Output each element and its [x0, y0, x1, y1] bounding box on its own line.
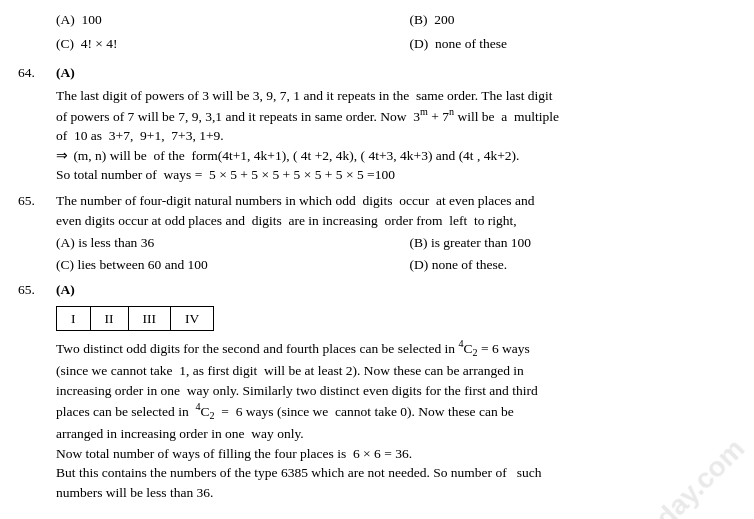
intro-option-d: (D) none of these — [410, 34, 736, 54]
q65-sol-line-7: But this contains the numbers of the typ… — [56, 463, 736, 483]
q64-number: 64. — [18, 63, 56, 185]
q64-answer: (A) — [56, 63, 736, 83]
q65-sol-line-3: increasing order in one way only. Simila… — [56, 381, 736, 401]
question-64: 64. (A) The last digit of powers of 3 wi… — [18, 63, 736, 185]
q65-sol-line-4: places can be selected in 4C2 = 6 ways (… — [56, 400, 736, 424]
q65-sol-line-8: numbers will be less than 36. — [56, 483, 736, 503]
intro-option-b-label: (B) — [410, 12, 435, 27]
q65-option-b-value: is greater than 100 — [431, 235, 531, 250]
q65-option-b-label: (B) — [410, 235, 431, 250]
intro-option-a-label: (A) — [56, 12, 82, 27]
question-65-problem: 65. The number of four-digit natural num… — [18, 191, 736, 274]
q65-table-col-IV: IV — [171, 306, 214, 331]
intro-option-a-value: 100 — [82, 12, 102, 27]
q65-problem-text2: even digits occur at odd places and digi… — [56, 211, 736, 231]
q65-sol-line-5: arranged in increasing order in one way … — [56, 424, 736, 444]
q65-option-d-value: none of these. — [432, 257, 507, 272]
q64-line-1: The last digit of powers of 3 will be 3,… — [56, 86, 736, 106]
q65-option-a-value: is less than 36 — [78, 235, 154, 250]
intro-option-c-label: (C) — [56, 36, 81, 51]
intro-option-b-value: 200 — [434, 12, 454, 27]
question-65-answer: 65. (A) I II III IV Two distinct odd dig… — [18, 280, 736, 502]
q65-table: I II III IV — [56, 306, 214, 332]
q65-option-d-label: (D) — [410, 257, 432, 272]
q64-content: (A) The last digit of powers of 3 will b… — [56, 63, 736, 185]
q65-option-b: (B) is greater than 100 — [410, 233, 736, 253]
q65-option-c-value: lies between 60 and 100 — [77, 257, 207, 272]
q65-answer-content: (A) I II III IV Two distinct odd digits … — [56, 280, 736, 502]
q65-sol-line-1: Two distinct odd digits for the second a… — [56, 337, 736, 361]
intro-option-b: (B) 200 — [410, 10, 736, 30]
q64-solution: The last digit of powers of 3 will be 3,… — [56, 86, 736, 185]
q65-problem-content: The number of four-digit natural numbers… — [56, 191, 736, 274]
intro-option-d-label: (D) — [410, 36, 436, 51]
q64-line-3: of 10 as 3+7, 9+1, 7+3, 1+9. — [56, 126, 736, 146]
q65-answer-number: 65. — [18, 280, 56, 502]
q65-table-col-II: II — [90, 306, 128, 331]
q65-sol-line-2: (since we cannot take 1, as first digit … — [56, 361, 736, 381]
intro-option-c: (C) 4! × 4! — [56, 34, 410, 54]
q65-solution: Two distinct odd digits for the second a… — [56, 337, 736, 502]
q64-line-4: ⇒ (m, n) will be of the form(4t+1, 4k+1)… — [56, 146, 736, 166]
q65-option-c: (C) lies between 60 and 100 — [56, 255, 410, 275]
q65-option-d: (D) none of these. — [410, 255, 736, 275]
q65-option-a: (A) is less than 36 — [56, 233, 410, 253]
intro-option-a: (A) 100 — [56, 10, 410, 30]
intro-option-d-value: none of these — [435, 36, 507, 51]
q65-table-col-III: III — [128, 306, 171, 331]
q65-problem-number: 65. — [18, 191, 56, 274]
q65-answer-label: (A) — [56, 280, 736, 300]
q65-sol-line-6: Now total number of ways of filling the … — [56, 444, 736, 464]
q65-option-c-label: (C) — [56, 257, 77, 272]
intro-option-c-value: 4! × 4! — [81, 36, 118, 51]
q65-table-col-I: I — [57, 306, 91, 331]
q65-option-a-label: (A) — [56, 235, 78, 250]
q64-line-5: So total number of ways = 5 × 5 + 5 × 5 … — [56, 165, 736, 185]
q64-line-2: of powers of 7 will be 7, 9, 3,1 and it … — [56, 105, 736, 126]
q65-problem-text1: The number of four-digit natural numbers… — [56, 191, 736, 211]
